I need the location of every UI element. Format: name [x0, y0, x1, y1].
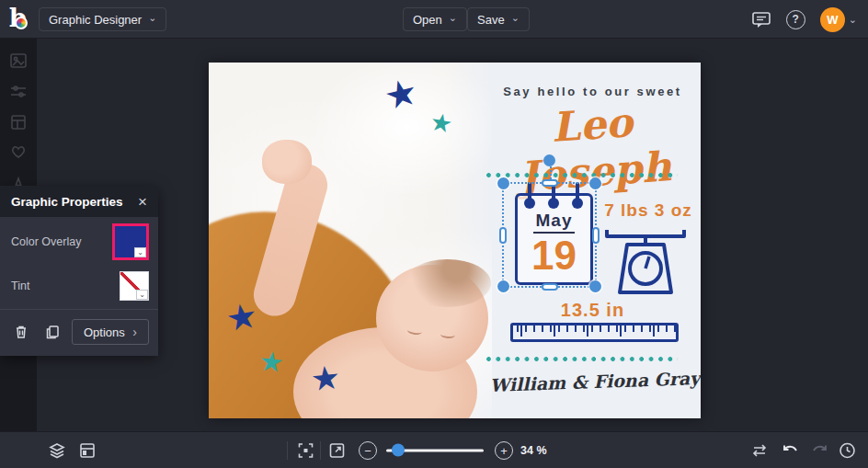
- redo-button[interactable]: [811, 443, 828, 458]
- help-button[interactable]: ?: [786, 10, 805, 29]
- bottom-toolbar: − + 34 %: [0, 431, 868, 468]
- star-icon[interactable]: ★: [223, 297, 260, 337]
- toolbar-divider: [287, 441, 288, 460]
- star-icon[interactable]: ★: [428, 108, 455, 137]
- tint-row: Tint ⌄: [0, 267, 158, 305]
- heart-icon: [9, 143, 28, 161]
- app-switcher-menu[interactable]: Graphic Designer ⌄: [39, 7, 166, 31]
- top-toolbar: b Graphic Designer ⌄ Open ⌄ Save ⌄: [0, 0, 868, 39]
- resize-handle-bottom-left[interactable]: [497, 280, 509, 292]
- layout-icon: [79, 442, 96, 459]
- minus-icon: −: [364, 445, 371, 457]
- overlay-color-swatch: ⌄: [112, 223, 149, 260]
- ruler-graphic[interactable]: [510, 323, 679, 342]
- swap-arrows-icon: [750, 443, 769, 458]
- color-overlay-label: Color Overlay: [11, 235, 81, 248]
- resize-handle-top-left[interactable]: [497, 177, 509, 189]
- trash-icon: [13, 324, 29, 340]
- history-button[interactable]: [839, 441, 856, 459]
- sliders-icon: [9, 83, 28, 101]
- delete-button[interactable]: [9, 320, 33, 344]
- sidebar-item-adjust[interactable]: [9, 83, 28, 101]
- feedback-button[interactable]: [751, 10, 771, 29]
- chevron-down-icon: ⌄: [511, 13, 520, 23]
- sidebar-item-templates[interactable]: [9, 113, 28, 131]
- duplicate-button[interactable]: [40, 320, 64, 344]
- panel-title: Graphic Properties: [11, 195, 123, 209]
- tint-label: Tint: [11, 280, 29, 292]
- copy-icon: [44, 324, 61, 340]
- topbar-right-group: ? W ⌄: [751, 0, 857, 39]
- save-button[interactable]: Save ⌄: [467, 7, 530, 31]
- rotate-handle[interactable]: [543, 154, 555, 166]
- baby-hair: [404, 259, 491, 307]
- resize-handle-right[interactable]: [592, 227, 600, 244]
- sidebar-item-image[interactable]: [9, 51, 28, 70]
- color-overlay-row: Color Overlay ⌄: [0, 217, 158, 267]
- toolbar-divider: [320, 441, 321, 460]
- account-menu[interactable]: W ⌄: [820, 7, 857, 32]
- weight-text[interactable]: 7 lbs 3 oz: [598, 200, 699, 221]
- avatar: W: [820, 7, 845, 32]
- zoom-percentage: 34 %: [520, 444, 547, 457]
- zoom-out-button[interactable]: −: [359, 441, 377, 460]
- save-label: Save: [477, 13, 505, 27]
- zoom-slider-thumb[interactable]: [392, 444, 405, 457]
- workspace: ★ ★ ★ ★ ★ Say hello to our sweet Leo Jos…: [37, 39, 868, 431]
- undo-button[interactable]: [782, 443, 799, 458]
- chevron-down-icon: ⌄: [148, 13, 156, 23]
- plus-icon: +: [500, 445, 508, 457]
- image-icon: [9, 51, 28, 70]
- history-clock-icon: [839, 441, 856, 459]
- undo-icon: [782, 443, 799, 458]
- open-label: Open: [413, 13, 442, 27]
- color-wheel-icon: [15, 17, 28, 29]
- chevron-down-icon: ⌄: [849, 14, 857, 26]
- fullscreen-preview-button[interactable]: [329, 442, 345, 458]
- star-icon[interactable]: ★: [309, 360, 342, 396]
- app-title: Graphic Designer: [49, 13, 142, 27]
- canvas-card[interactable]: ★ ★ ★ ★ ★ Say hello to our sweet Leo Jos…: [209, 63, 701, 418]
- teal-dotted-line[interactable]: [486, 173, 678, 177]
- befunky-logo[interactable]: b: [9, 6, 35, 33]
- layers-button[interactable]: [48, 442, 66, 459]
- compare-button[interactable]: [750, 443, 769, 458]
- graphic-designer-app: b Graphic Designer ⌄ Open ⌄ Save ⌄: [0, 0, 868, 468]
- baby-fist: [262, 140, 312, 184]
- help-icon: ?: [786, 10, 805, 29]
- resize-handle-bottom[interactable]: [542, 283, 558, 291]
- panel-header: Graphic Properties ×: [0, 186, 158, 217]
- resize-handle-left[interactable]: [499, 227, 507, 244]
- open-button[interactable]: Open ⌄: [403, 7, 467, 31]
- scale-icon[interactable]: [601, 228, 690, 298]
- panel-actions: Options ›: [0, 310, 158, 356]
- fit-to-screen-button[interactable]: [298, 442, 314, 458]
- open-in-new-icon: [329, 442, 345, 458]
- chevron-right-icon: ›: [132, 325, 137, 339]
- zoom-in-button[interactable]: +: [495, 441, 513, 460]
- tint-swatch[interactable]: ⌄: [120, 271, 149, 301]
- parents-text[interactable]: William & Fiona Gray: [485, 368, 701, 395]
- fit-screen-icon: [298, 442, 314, 458]
- resize-handle-bottom-right[interactable]: [589, 280, 601, 292]
- options-button[interactable]: Options ›: [72, 319, 149, 345]
- chevron-down-icon: ⌄: [134, 247, 146, 257]
- chevron-down-icon: ⌄: [136, 290, 148, 300]
- teal-dotted-line[interactable]: [486, 357, 678, 361]
- grid-icon: [9, 113, 28, 131]
- chevron-down-icon: ⌄: [449, 13, 457, 23]
- canvas-layout-button[interactable]: [79, 442, 96, 459]
- resize-handle-top-right[interactable]: [589, 177, 601, 189]
- close-icon[interactable]: ×: [138, 194, 147, 210]
- graphic-properties-panel: Graphic Properties × Color Overlay ⌄ Tin…: [0, 186, 158, 356]
- redo-icon: [811, 443, 828, 458]
- length-text[interactable]: 13.5 in: [526, 300, 659, 321]
- selection-box[interactable]: [502, 182, 597, 288]
- color-overlay-swatch[interactable]: ⌄: [112, 223, 149, 260]
- zoom-slider[interactable]: [386, 449, 484, 451]
- star-icon[interactable]: ★: [258, 348, 286, 378]
- options-label: Options: [84, 325, 125, 339]
- sidebar-item-favorites[interactable]: [9, 143, 28, 161]
- resize-handle-top[interactable]: [542, 179, 558, 187]
- layers-icon: [48, 442, 66, 459]
